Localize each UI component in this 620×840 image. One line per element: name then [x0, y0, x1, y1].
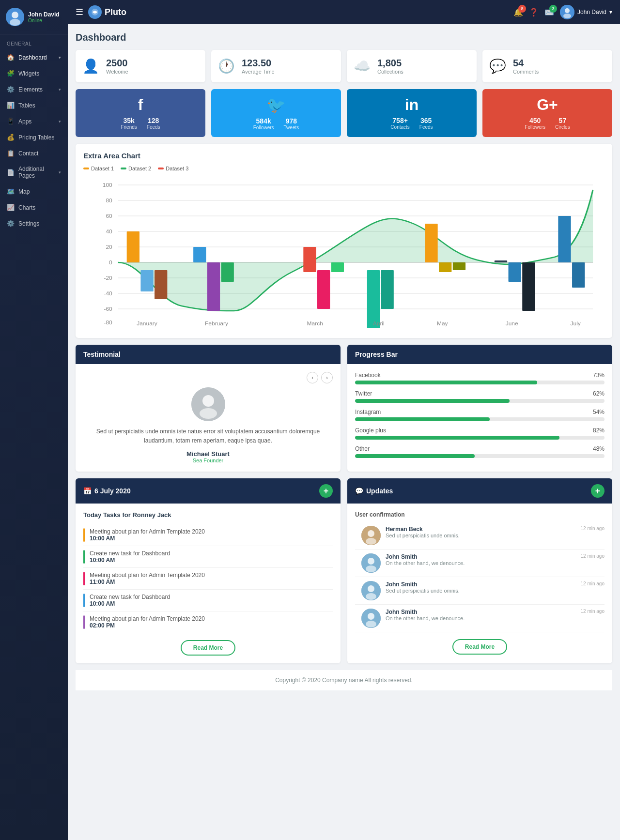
progress-percent: 54%	[593, 409, 604, 415]
stat-value: 758+	[392, 117, 408, 124]
stat-value: 54	[513, 58, 539, 69]
progress-label: Other	[355, 445, 370, 452]
social-card-twitter: 🐦 584k Followers 978 Tweets	[211, 89, 341, 137]
stat-label: Friends	[121, 124, 137, 130]
sidebar-item-widgets[interactable]: 🧩 Widgets	[0, 65, 68, 81]
social-card-facebook: f 35k Friends 128 Feeds	[76, 89, 205, 137]
sidebar-user: John David Online	[0, 0, 68, 34]
legend-dot-1	[83, 168, 89, 169]
update-text: Sed ut perspiciatis unde omnis.	[386, 588, 576, 594]
task-title: Create new task for Dashboard	[90, 550, 170, 557]
hamburger-icon[interactable]: ☰	[76, 7, 83, 17]
legend-item-2: Dataset 2	[121, 166, 151, 171]
progress-item-instagram: Instagram 54%	[355, 409, 604, 421]
sidebar-item-map[interactable]: 🗺️ Map	[0, 183, 68, 199]
task-bar	[83, 572, 85, 585]
messages-button[interactable]: ✉️ 3	[544, 8, 554, 17]
progress-header: Progress Bar	[347, 345, 612, 364]
user-menu[interactable]: John David ▾	[560, 5, 612, 19]
comments-icon: 💬	[489, 58, 506, 74]
pages-icon: 📄	[7, 169, 15, 176]
progress-item-facebook: Facebook 73%	[355, 372, 604, 384]
sidebar-item-charts[interactable]: 📈 Charts	[0, 199, 68, 215]
task-bar	[83, 594, 85, 607]
task-content: Create new task for Dashboard 10:00 AM	[90, 550, 170, 564]
stat-value: 128	[148, 117, 159, 124]
progress-body: Facebook 73% Twitter 62%	[347, 364, 612, 472]
twitter-followers: 584k Followers	[253, 117, 274, 130]
sidebar-item-label: Tables	[18, 102, 61, 109]
svg-rect-40	[495, 260, 507, 262]
updates-icon: 💬	[355, 487, 363, 495]
updates-header: 💬 Updates +	[347, 478, 612, 504]
testimonial-card: Testimonial ‹ › Sed ut perspiciatis unde…	[76, 345, 341, 472]
settings-icon: ⚙️	[7, 220, 15, 227]
progress-bar-bg	[355, 417, 604, 421]
social-card-linkedin: in 758+ Contacts 365 Feeds	[347, 89, 477, 137]
update-time: 12 min ago	[581, 581, 604, 586]
calendar-title: 6 July 2020	[94, 487, 131, 495]
sidebar-item-elements[interactable]: ⚙️ Elements ▾	[0, 81, 68, 97]
progress-title: Progress Bar	[355, 351, 398, 358]
progress-header-ot: Other 48%	[355, 445, 604, 452]
task-time: 02:00 PM	[90, 622, 205, 629]
add-update-button[interactable]: +	[591, 484, 604, 498]
task-item-1: Create new task for Dashboard 10:00 AM	[83, 546, 333, 568]
svg-point-2	[10, 19, 20, 26]
svg-text:-80: -80	[104, 320, 112, 325]
sidebar-item-tables[interactable]: 📊 Tables	[0, 97, 68, 113]
svg-text:February: February	[205, 321, 228, 326]
sidebar-item-apps[interactable]: 📱 Apps ▾	[0, 113, 68, 129]
task-item-2: Meeting about plan for Admin Template 20…	[83, 568, 333, 590]
sidebar-item-dashboard[interactable]: 🏠 Dashboard ▾	[0, 49, 68, 65]
update-info: John Smith On the other hand, we denounc…	[386, 609, 576, 621]
stat-card-info: 2500 Welcome	[106, 58, 128, 75]
update-time: 12 min ago	[581, 609, 604, 614]
footer-text: Copyright © 2020 Company name All rights…	[275, 677, 413, 684]
task-item-4: Meeting about plan for Admin Template 20…	[83, 611, 333, 633]
progress-percent: 82%	[593, 427, 604, 434]
tables-icon: 📊	[7, 102, 15, 109]
task-content: Meeting about plan for Admin Template 20…	[90, 572, 205, 585]
svg-text:60: 60	[106, 214, 112, 219]
google-icon: G+	[537, 96, 558, 114]
notification-badge: 8	[518, 5, 526, 13]
task-item-3: Create new task for Dashboard 10:00 AM	[83, 590, 333, 611]
svg-text:-20: -20	[104, 275, 112, 281]
calendar-header: 📅 6 July 2020 +	[76, 478, 341, 504]
svg-point-65	[368, 613, 374, 620]
stat-value: 123.50	[242, 58, 275, 69]
add-task-button[interactable]: +	[319, 484, 333, 498]
help-button[interactable]: ❓	[529, 8, 539, 17]
svg-text:0: 0	[109, 260, 112, 265]
sidebar-item-label: Charts	[18, 204, 61, 211]
stat-label: Average Time	[242, 69, 275, 75]
svg-text:March: March	[307, 321, 323, 326]
calendar-read-more[interactable]: Read More	[181, 640, 235, 656]
svg-rect-29	[193, 247, 206, 262]
progress-bar-bg	[355, 381, 604, 384]
topnav-logo: Pluto	[88, 5, 126, 19]
facebook-stats: 35k Friends 128 Feeds	[121, 117, 160, 130]
sidebar-item-settings[interactable]: ⚙️ Settings	[0, 215, 68, 231]
notifications-button[interactable]: 🔔 8	[513, 8, 523, 17]
updates-read-more[interactable]: Read More	[452, 639, 507, 655]
linkedin-stats: 758+ Contacts 365 Feeds	[390, 117, 433, 130]
widgets-icon: 🧩	[7, 70, 15, 77]
main-content: Dashboard 👤 2500 Welcome 🕐 123.50 Averag…	[68, 24, 620, 840]
stat-label: Collections	[377, 69, 403, 75]
update-time: 12 min ago	[581, 526, 604, 531]
progress-bar-fill	[355, 399, 510, 403]
stat-card-welcome: 👤 2500 Welcome	[76, 50, 205, 82]
user-confirmation-label: User confirmation	[355, 511, 604, 518]
testimonial-prev[interactable]: ‹	[307, 372, 318, 383]
update-avatar	[361, 526, 381, 545]
sidebar-item-contact[interactable]: 📋 Contact	[0, 145, 68, 161]
testimonial-text: Sed ut perspiciatis unde omnis iste natu…	[83, 427, 333, 445]
progress-bar-fill	[355, 454, 475, 458]
testimonial-next[interactable]: ›	[321, 372, 333, 383]
stat-value: 57	[559, 117, 567, 124]
sidebar-item-additional[interactable]: 📄 Additional Pages ▾	[0, 161, 68, 183]
sidebar-item-pricing[interactable]: 💰 Pricing Tables	[0, 129, 68, 145]
google-circles: 57 Circles	[555, 117, 570, 130]
